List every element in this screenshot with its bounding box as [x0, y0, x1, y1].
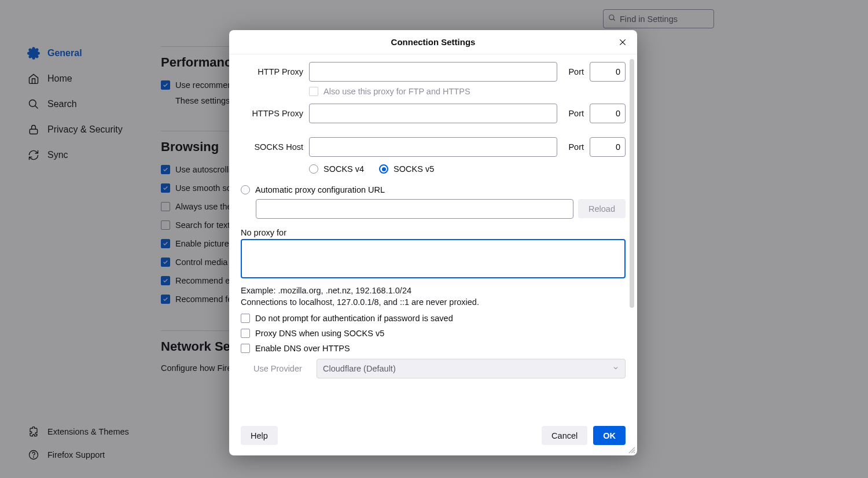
connection-settings-dialog: Connection Settings HTTP Proxy Port Also…	[229, 30, 637, 455]
pac-url-input[interactable]	[256, 199, 573, 219]
ok-button[interactable]: OK	[593, 426, 626, 445]
no-auth-prompt-label: Do not prompt for authentication if pass…	[255, 314, 453, 323]
socks-v4-radio[interactable]: SOCKS v4	[309, 162, 364, 176]
port-label: Port	[563, 67, 584, 76]
socks-host-label: SOCKS Host	[241, 142, 303, 152]
http-port-input[interactable]	[590, 62, 626, 82]
chevron-down-icon	[612, 364, 619, 373]
cancel-button[interactable]: Cancel	[542, 426, 587, 445]
proxy-dns-checkbox[interactable]	[241, 329, 250, 338]
also-use-checkbox[interactable]	[309, 87, 318, 96]
http-proxy-label: HTTP Proxy	[241, 67, 303, 76]
socks-v5-radio[interactable]: SOCKS v5	[379, 162, 434, 176]
noproxy-textarea[interactable]	[241, 239, 626, 278]
provider-select[interactable]: Cloudflare (Default)	[317, 359, 626, 378]
dialog-title: Connection Settings	[229, 30, 637, 54]
socks-host-input[interactable]	[309, 137, 557, 157]
https-proxy-input[interactable]	[309, 104, 557, 123]
close-icon[interactable]	[616, 36, 629, 49]
doh-label: Enable DNS over HTTPS	[255, 344, 350, 353]
https-proxy-label: HTTPS Proxy	[241, 109, 303, 118]
help-button[interactable]: Help	[241, 426, 278, 445]
noproxy-example: Example: .mozilla.org, .net.nz, 192.168.…	[241, 280, 626, 296]
port-label: Port	[563, 142, 584, 152]
doh-checkbox[interactable]	[241, 344, 250, 353]
also-use-label: Also use this proxy for FTP and HTTPS	[323, 87, 470, 96]
https-port-input[interactable]	[590, 104, 626, 123]
resize-handle[interactable]	[627, 446, 635, 454]
scrollbar[interactable]	[628, 59, 636, 414]
reload-button[interactable]: Reload	[578, 199, 626, 218]
http-proxy-input[interactable]	[309, 62, 557, 82]
noproxy-note: Connections to localhost, 127.0.0.1/8, a…	[241, 296, 626, 308]
provider-label: Use Provider	[253, 364, 308, 373]
socks-port-input[interactable]	[590, 137, 626, 157]
proxy-dns-label: Proxy DNS when using SOCKS v5	[255, 329, 384, 338]
no-auth-prompt-checkbox[interactable]	[241, 314, 250, 323]
svg-line-12	[634, 452, 635, 453]
port-label: Port	[563, 109, 584, 118]
pac-radio[interactable]: Automatic proxy configuration URL	[241, 183, 626, 197]
noproxy-label: No proxy for	[241, 225, 626, 239]
